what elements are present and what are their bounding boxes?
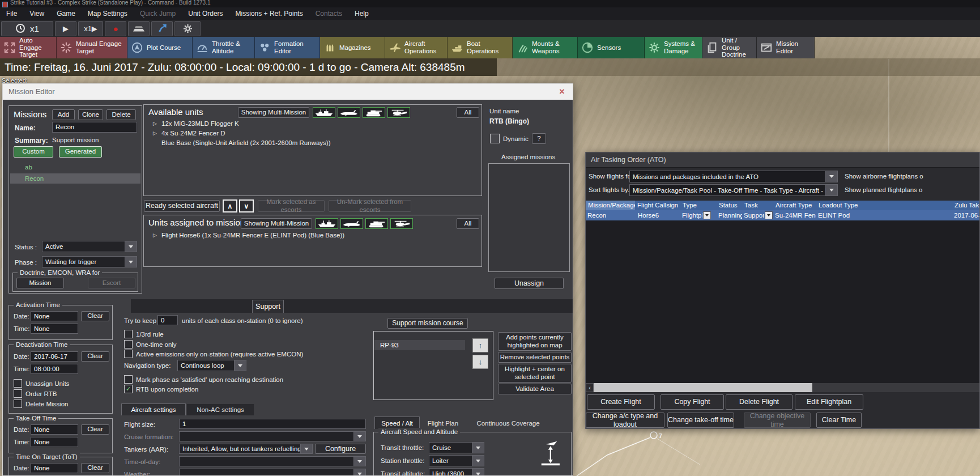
col-status[interactable]: Status (717, 201, 742, 210)
ribbon-mounts-weapons[interactable]: Mounts & Weapons (513, 37, 578, 58)
mission-list-item-selected[interactable]: Recon (10, 173, 140, 184)
generated-button[interactable]: Generated (59, 146, 102, 158)
weather-dropdown[interactable] (179, 469, 366, 476)
ribbon-sensors[interactable]: Sensors (578, 37, 645, 58)
filter-all-button[interactable]: All (457, 218, 479, 229)
tot-clear-button[interactable]: Clear (81, 463, 109, 473)
add-points-button[interactable]: Add points currently highlighted on map (498, 332, 572, 351)
takeoff-date-input[interactable]: None (31, 424, 78, 435)
expander-icon[interactable]: ▷ (153, 130, 157, 136)
available-unit-row[interactable]: ▷ 12x MiG-23MLD Flogger K (153, 120, 239, 127)
showing-multi-mission-button[interactable]: Showing Multi-Mission (241, 218, 312, 229)
tab-non-ac-settings[interactable]: Non-AC settings (187, 404, 254, 415)
course-point-down-button[interactable]: ↓ (472, 355, 488, 369)
mission-editor-titlebar[interactable]: Mission Editor × (3, 84, 573, 100)
move-up-button[interactable]: ∧ (223, 199, 237, 212)
menu-help[interactable]: Help (348, 10, 375, 18)
dynamic-help-button[interactable]: ? (532, 133, 546, 144)
time-compression-button[interactable]: x1 (1, 21, 53, 36)
change-loadout-button[interactable]: Change a/c type and loadout (586, 413, 664, 428)
expander-icon[interactable]: ▷ (153, 121, 157, 126)
copy-flight-button[interactable]: Copy Flight (661, 394, 724, 410)
menu-file[interactable]: File (0, 10, 23, 18)
time-of-day-dropdown[interactable] (179, 456, 366, 466)
mark-phase-checkbox[interactable]: Mark phase as 'satisfied' upon reaching … (124, 375, 283, 384)
assigned-unit-row[interactable]: ▷ Flight Horse6 (1x Su-24MR Fencer E (EL… (153, 232, 344, 239)
move-down-button[interactable]: ∨ (239, 199, 254, 212)
horizontal-scrollbar[interactable] (594, 383, 980, 392)
dynamic-checkbox[interactable]: Dynamic (490, 134, 529, 143)
rtb-completion-checkbox[interactable]: RTB upon completion (124, 385, 198, 393)
order-rtb-checkbox[interactable]: Order RTB (14, 389, 57, 398)
bridge-view-button[interactable] (128, 21, 150, 36)
unassign-units-checkbox[interactable]: Unassign Units (14, 379, 69, 388)
col-aircraft-type[interactable]: Aircraft Type (773, 201, 816, 210)
close-icon[interactable]: × (556, 86, 568, 98)
filter-aircraft-button[interactable] (338, 107, 360, 118)
transit-throttle-dropdown[interactable]: Cruise (429, 442, 484, 453)
assigned-missions-list[interactable] (488, 163, 570, 272)
activation-date-input[interactable]: None (31, 311, 78, 321)
ribbon-boat-operations[interactable]: Boat Operations (448, 37, 513, 58)
menu-missions-ref-points[interactable]: Missions + Ref. Points (229, 10, 309, 18)
add-mission-button[interactable]: Add (52, 109, 75, 120)
change-takeoff-time-button[interactable]: Change take-off time (667, 413, 734, 428)
tab-aircraft-settings[interactable]: Aircraft settings (121, 403, 186, 415)
takeoff-time-input[interactable]: None (31, 437, 78, 447)
clone-mission-button[interactable]: Clone (78, 109, 103, 120)
col-flight-callsign[interactable]: Flight Callsign (635, 201, 680, 210)
filter-ships-button[interactable] (313, 107, 335, 118)
menu-map-settings[interactable]: Map Settings (82, 10, 134, 18)
col-type[interactable]: Type (680, 201, 717, 210)
ribbon-magazines[interactable]: Magazines (320, 37, 385, 58)
highlight-center-button[interactable]: Highlight + center on selected point (498, 364, 572, 382)
activation-time-input[interactable]: None (31, 324, 78, 334)
activation-clear-button[interactable]: Clear (81, 311, 109, 321)
col-zulu-takeoff[interactable]: Zulu Tak (952, 201, 980, 210)
deactivation-time-input[interactable]: 08:00:00 (31, 364, 78, 374)
record-button[interactable]: ● (105, 21, 126, 36)
one-third-rule-checkbox[interactable]: 1/3rd rule (124, 330, 164, 338)
filter-helicopter-button[interactable] (387, 107, 410, 118)
type-dropdown-icon[interactable] (703, 211, 711, 219)
try-keep-input[interactable]: 0 (157, 315, 178, 325)
ribbon-aircraft-operations[interactable]: Aircraft Operations (385, 37, 448, 58)
available-unit-row[interactable]: Blue Base (Single-Unit Airfield (2x 2001… (153, 139, 331, 146)
menu-game[interactable]: Game (50, 10, 82, 18)
filter-all-button[interactable]: All (457, 107, 479, 118)
tab-support[interactable]: Support (252, 300, 284, 313)
flight-size-input[interactable]: 1 (179, 419, 366, 429)
edit-flightplan-button[interactable]: Edit Flightplan (795, 394, 863, 410)
mission-name-input[interactable]: Recon (52, 122, 137, 133)
transit-altitude-dropdown[interactable]: High (3600 (429, 468, 484, 476)
scrollbar-thumb[interactable] (594, 383, 812, 392)
col-task[interactable]: Task (742, 201, 773, 210)
available-unit-row[interactable]: ▷ 4x Su-24M2 Fencer D (153, 130, 225, 137)
delete-mission-button[interactable]: Delete (106, 109, 136, 120)
remove-points-button[interactable]: Remove selected points (498, 352, 572, 363)
ribbon-manual-engage-target[interactable]: Manual Engage Target (57, 37, 127, 58)
ribbon-formation-editor[interactable]: Formation Editor (255, 37, 320, 58)
show-planned-label[interactable]: Show planned flightplans o (845, 186, 979, 193)
step-button[interactable]: x1▶ (78, 21, 103, 36)
col-mission-package[interactable]: Mission/Package (586, 201, 635, 210)
filter-ground-button[interactable] (363, 107, 385, 118)
phase-dropdown[interactable]: Waiting for trigger (42, 256, 137, 267)
settings-button[interactable] (174, 21, 201, 36)
course-point-item[interactable]: RP-93 (374, 340, 465, 350)
task-dropdown-icon[interactable] (765, 211, 773, 219)
cruise-formation-dropdown[interactable] (179, 431, 366, 441)
sort-flights-dropdown[interactable]: Mission/Package/Task Pool - Take-Off Tim… (629, 184, 838, 196)
ato-flight-row[interactable]: Recon Horse6 Flightplan Planning Support… (586, 210, 980, 220)
tab-continuous-coverage[interactable]: Continuous Coverage (472, 418, 544, 428)
clear-time-button[interactable]: Clear Time (816, 413, 862, 428)
validate-area-button[interactable]: Validate Area (498, 384, 572, 394)
filter-helicopter-button[interactable] (390, 218, 413, 229)
unassign-button[interactable]: Unassign (495, 278, 564, 289)
tab-flight-plan[interactable]: Flight Plan (423, 418, 463, 428)
mission-list-item[interactable]: ab (10, 163, 140, 172)
map-contact-symbol[interactable] (650, 432, 657, 439)
tab-speed-alt[interactable]: Speed / Alt (374, 416, 420, 429)
doctrine-mission-button[interactable]: Mission (16, 278, 64, 288)
active-emissions-checkbox[interactable]: Active emissions only on-station (requir… (124, 350, 303, 358)
